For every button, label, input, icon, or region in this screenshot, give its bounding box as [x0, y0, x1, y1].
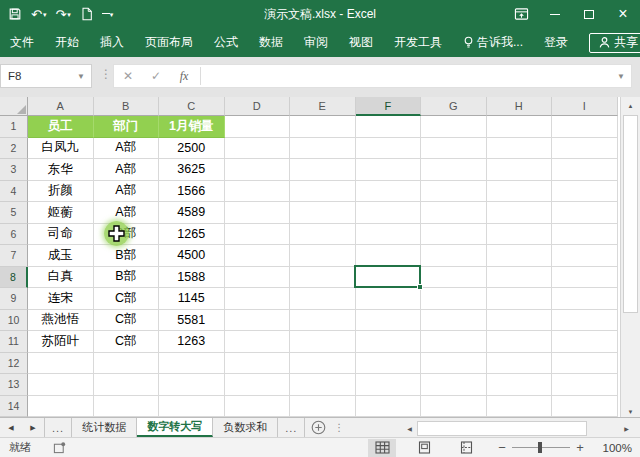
zoom-level[interactable]: 100% [598, 442, 632, 454]
insert-function-button[interactable]: fx [170, 69, 198, 84]
cell-H5[interactable] [487, 202, 553, 224]
cell-I12[interactable] [552, 353, 618, 375]
cell-B1[interactable]: 部门 [94, 116, 160, 138]
cell-H9[interactable] [487, 288, 553, 310]
cell-C8[interactable]: 1588 [159, 267, 225, 289]
ribbon-tab-review[interactable]: 审阅 [304, 31, 328, 55]
select-all-button[interactable] [0, 97, 28, 116]
add-sheet-button[interactable] [305, 418, 331, 437]
row-header-8[interactable]: 8 [0, 267, 28, 289]
row-header-6[interactable]: 6 [0, 224, 28, 246]
cell-A1[interactable]: 员工 [28, 116, 94, 138]
cell-D6[interactable] [225, 224, 291, 246]
cell-F10[interactable] [356, 310, 422, 332]
cell-D3[interactable] [225, 159, 291, 181]
cell-E5[interactable] [290, 202, 356, 224]
cell-C10[interactable]: 5581 [159, 310, 225, 332]
row-header-5[interactable]: 5 [0, 202, 28, 224]
cell-D10[interactable] [225, 310, 291, 332]
normal-view-button[interactable] [368, 439, 396, 457]
cell-E13[interactable] [290, 374, 356, 396]
redo-button[interactable]: ↷▾ [55, 8, 70, 21]
row-header-13[interactable]: 13 [0, 374, 28, 396]
row-header-12[interactable]: 12 [0, 353, 28, 375]
cell-I6[interactable] [552, 224, 618, 246]
cell-B9[interactable]: C部 [94, 288, 160, 310]
cell-G3[interactable] [421, 159, 487, 181]
horizontal-scrollbar-thumb[interactable] [417, 421, 587, 436]
cell-H1[interactable] [487, 116, 553, 138]
next-sheet-icon[interactable]: ▶ [22, 418, 44, 437]
row-header-14[interactable]: 14 [0, 396, 28, 418]
cell-A14[interactable] [28, 396, 94, 418]
cell-F1[interactable] [356, 116, 422, 138]
cell-B3[interactable]: A部 [94, 159, 160, 181]
zoom-out-button[interactable]: − [494, 440, 510, 455]
expand-formula-bar-icon[interactable]: ▼ [611, 72, 631, 81]
cell-B4[interactable]: A部 [94, 181, 160, 203]
cell-B6[interactable]: B部 [94, 224, 160, 246]
cell-C1[interactable]: 1月销量 [159, 116, 225, 138]
cell-I13[interactable] [552, 374, 618, 396]
cell-G13[interactable] [421, 374, 487, 396]
cell-B12[interactable] [94, 353, 160, 375]
cell-C9[interactable]: 1145 [159, 288, 225, 310]
row-header-9[interactable]: 9 [0, 288, 28, 310]
save-button[interactable] [8, 7, 22, 21]
cell-D1[interactable] [225, 116, 291, 138]
cell-F4[interactable] [356, 181, 422, 203]
cell-I3[interactable] [552, 159, 618, 181]
column-header-I[interactable]: I [552, 97, 618, 116]
cell-G7[interactable] [421, 245, 487, 267]
cell-D8[interactable] [225, 267, 291, 289]
cell-G8[interactable] [421, 267, 487, 289]
cell-A5[interactable]: 姬蘅 [28, 202, 94, 224]
minimize-button[interactable] [538, 0, 572, 28]
undo-button[interactable]: ↶▾ [31, 8, 46, 21]
cell-H14[interactable] [487, 396, 553, 418]
row-header-7[interactable]: 7 [0, 245, 28, 267]
cell-B7[interactable]: B部 [94, 245, 160, 267]
cell-H7[interactable] [487, 245, 553, 267]
name-box[interactable]: F8 ▼ [0, 64, 92, 88]
ribbon-tab-home[interactable]: 开始 [55, 31, 79, 55]
cell-B8[interactable]: B部 [94, 267, 160, 289]
cell-G1[interactable] [421, 116, 487, 138]
cancel-button[interactable]: ✕ [114, 69, 142, 83]
cell-I2[interactable] [552, 138, 618, 160]
ribbon-tab-share[interactable]: 共享 [589, 33, 640, 53]
cell-H4[interactable] [487, 181, 553, 203]
cell-E8[interactable] [290, 267, 356, 289]
cell-H11[interactable] [487, 331, 553, 353]
cell-D4[interactable] [225, 181, 291, 203]
ribbon-tab-tell-me[interactable]: 告诉我... [463, 31, 523, 55]
cell-I4[interactable] [552, 181, 618, 203]
column-header-C[interactable]: C [159, 97, 225, 116]
cell-A9[interactable]: 连宋 [28, 288, 94, 310]
zoom-in-button[interactable]: + [572, 440, 588, 455]
row-header-10[interactable]: 10 [0, 310, 28, 332]
cell-F13[interactable] [356, 374, 422, 396]
cell-C13[interactable] [159, 374, 225, 396]
cell-I10[interactable] [552, 310, 618, 332]
cell-C7[interactable]: 4500 [159, 245, 225, 267]
cell-F5[interactable] [356, 202, 422, 224]
ribbon-tab-formulas[interactable]: 公式 [214, 31, 238, 55]
scroll-left-icon[interactable]: ◀ [402, 421, 417, 436]
cell-D7[interactable] [225, 245, 291, 267]
customize-qat-button[interactable]: ▾ [102, 13, 114, 16]
cell-A12[interactable] [28, 353, 94, 375]
column-header-A[interactable]: A [28, 97, 94, 116]
zoom-slider-thumb[interactable] [538, 442, 542, 453]
cell-G2[interactable] [421, 138, 487, 160]
column-header-G[interactable]: G [421, 97, 487, 116]
record-macro-button[interactable] [53, 441, 66, 454]
cell-A4[interactable]: 折颜 [28, 181, 94, 203]
row-header-2[interactable]: 2 [0, 138, 28, 160]
cell-C12[interactable] [159, 353, 225, 375]
cell-I8[interactable] [552, 267, 618, 289]
cell-G9[interactable] [421, 288, 487, 310]
cell-B11[interactable]: C部 [94, 331, 160, 353]
cell-I1[interactable] [552, 116, 618, 138]
cell-C2[interactable]: 2500 [159, 138, 225, 160]
